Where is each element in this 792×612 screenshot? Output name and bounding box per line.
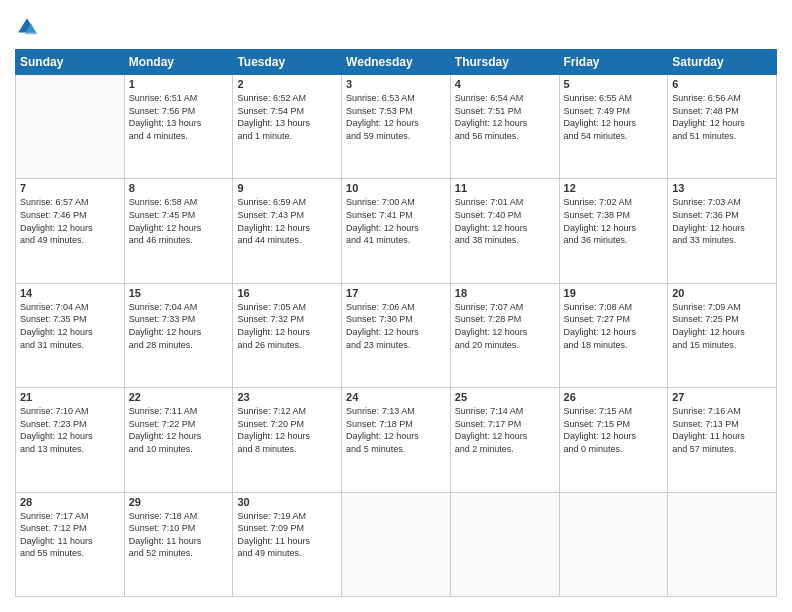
day-info: Sunrise: 6:51 AM Sunset: 7:56 PM Dayligh… <box>129 92 229 142</box>
calendar-cell <box>450 492 559 596</box>
day-number: 13 <box>672 182 772 194</box>
calendar-cell: 18Sunrise: 7:07 AM Sunset: 7:28 PM Dayli… <box>450 283 559 387</box>
day-info: Sunrise: 6:58 AM Sunset: 7:45 PM Dayligh… <box>129 196 229 246</box>
calendar-cell <box>559 492 668 596</box>
day-info: Sunrise: 6:54 AM Sunset: 7:51 PM Dayligh… <box>455 92 555 142</box>
day-number: 5 <box>564 78 664 90</box>
day-info: Sunrise: 7:07 AM Sunset: 7:28 PM Dayligh… <box>455 301 555 351</box>
day-info: Sunrise: 7:17 AM Sunset: 7:12 PM Dayligh… <box>20 510 120 560</box>
calendar-cell: 11Sunrise: 7:01 AM Sunset: 7:40 PM Dayli… <box>450 179 559 283</box>
day-info: Sunrise: 6:55 AM Sunset: 7:49 PM Dayligh… <box>564 92 664 142</box>
day-info: Sunrise: 6:53 AM Sunset: 7:53 PM Dayligh… <box>346 92 446 142</box>
day-number: 10 <box>346 182 446 194</box>
weekday-header: Saturday <box>668 50 777 75</box>
day-info: Sunrise: 7:18 AM Sunset: 7:10 PM Dayligh… <box>129 510 229 560</box>
weekday-header: Tuesday <box>233 50 342 75</box>
calendar-cell: 9Sunrise: 6:59 AM Sunset: 7:43 PM Daylig… <box>233 179 342 283</box>
calendar-cell: 29Sunrise: 7:18 AM Sunset: 7:10 PM Dayli… <box>124 492 233 596</box>
day-number: 26 <box>564 391 664 403</box>
day-number: 12 <box>564 182 664 194</box>
page: SundayMondayTuesdayWednesdayThursdayFrid… <box>0 0 792 612</box>
calendar-cell: 21Sunrise: 7:10 AM Sunset: 7:23 PM Dayli… <box>16 388 125 492</box>
calendar-cell: 14Sunrise: 7:04 AM Sunset: 7:35 PM Dayli… <box>16 283 125 387</box>
calendar-cell: 30Sunrise: 7:19 AM Sunset: 7:09 PM Dayli… <box>233 492 342 596</box>
day-number: 28 <box>20 496 120 508</box>
day-number: 3 <box>346 78 446 90</box>
calendar-cell: 23Sunrise: 7:12 AM Sunset: 7:20 PM Dayli… <box>233 388 342 492</box>
logo-icon <box>15 15 39 39</box>
calendar-body: 1Sunrise: 6:51 AM Sunset: 7:56 PM Daylig… <box>16 75 777 597</box>
calendar-table: SundayMondayTuesdayWednesdayThursdayFrid… <box>15 49 777 597</box>
calendar-cell: 1Sunrise: 6:51 AM Sunset: 7:56 PM Daylig… <box>124 75 233 179</box>
day-number: 27 <box>672 391 772 403</box>
day-info: Sunrise: 7:14 AM Sunset: 7:17 PM Dayligh… <box>455 405 555 455</box>
weekday-header: Thursday <box>450 50 559 75</box>
day-info: Sunrise: 6:59 AM Sunset: 7:43 PM Dayligh… <box>237 196 337 246</box>
calendar-cell: 25Sunrise: 7:14 AM Sunset: 7:17 PM Dayli… <box>450 388 559 492</box>
calendar-week-row: 7Sunrise: 6:57 AM Sunset: 7:46 PM Daylig… <box>16 179 777 283</box>
calendar-cell: 13Sunrise: 7:03 AM Sunset: 7:36 PM Dayli… <box>668 179 777 283</box>
weekday-header: Wednesday <box>342 50 451 75</box>
calendar-cell <box>668 492 777 596</box>
day-info: Sunrise: 6:52 AM Sunset: 7:54 PM Dayligh… <box>237 92 337 142</box>
day-info: Sunrise: 7:02 AM Sunset: 7:38 PM Dayligh… <box>564 196 664 246</box>
day-number: 7 <box>20 182 120 194</box>
weekday-header: Monday <box>124 50 233 75</box>
day-number: 20 <box>672 287 772 299</box>
day-info: Sunrise: 7:04 AM Sunset: 7:35 PM Dayligh… <box>20 301 120 351</box>
calendar-cell: 17Sunrise: 7:06 AM Sunset: 7:30 PM Dayli… <box>342 283 451 387</box>
day-number: 22 <box>129 391 229 403</box>
day-info: Sunrise: 6:57 AM Sunset: 7:46 PM Dayligh… <box>20 196 120 246</box>
calendar-cell: 10Sunrise: 7:00 AM Sunset: 7:41 PM Dayli… <box>342 179 451 283</box>
calendar-cell: 2Sunrise: 6:52 AM Sunset: 7:54 PM Daylig… <box>233 75 342 179</box>
day-number: 18 <box>455 287 555 299</box>
calendar-week-row: 28Sunrise: 7:17 AM Sunset: 7:12 PM Dayli… <box>16 492 777 596</box>
logo <box>15 15 43 39</box>
calendar-cell: 20Sunrise: 7:09 AM Sunset: 7:25 PM Dayli… <box>668 283 777 387</box>
day-number: 16 <box>237 287 337 299</box>
day-number: 14 <box>20 287 120 299</box>
day-info: Sunrise: 7:13 AM Sunset: 7:18 PM Dayligh… <box>346 405 446 455</box>
day-number: 9 <box>237 182 337 194</box>
calendar-cell: 22Sunrise: 7:11 AM Sunset: 7:22 PM Dayli… <box>124 388 233 492</box>
calendar-cell <box>16 75 125 179</box>
calendar-header-row: SundayMondayTuesdayWednesdayThursdayFrid… <box>16 50 777 75</box>
calendar-cell: 24Sunrise: 7:13 AM Sunset: 7:18 PM Dayli… <box>342 388 451 492</box>
calendar-cell: 12Sunrise: 7:02 AM Sunset: 7:38 PM Dayli… <box>559 179 668 283</box>
calendar-cell <box>342 492 451 596</box>
calendar-week-row: 14Sunrise: 7:04 AM Sunset: 7:35 PM Dayli… <box>16 283 777 387</box>
day-number: 19 <box>564 287 664 299</box>
day-info: Sunrise: 6:56 AM Sunset: 7:48 PM Dayligh… <box>672 92 772 142</box>
calendar-cell: 19Sunrise: 7:08 AM Sunset: 7:27 PM Dayli… <box>559 283 668 387</box>
calendar-week-row: 1Sunrise: 6:51 AM Sunset: 7:56 PM Daylig… <box>16 75 777 179</box>
day-info: Sunrise: 7:19 AM Sunset: 7:09 PM Dayligh… <box>237 510 337 560</box>
calendar-cell: 7Sunrise: 6:57 AM Sunset: 7:46 PM Daylig… <box>16 179 125 283</box>
day-number: 21 <box>20 391 120 403</box>
calendar-cell: 16Sunrise: 7:05 AM Sunset: 7:32 PM Dayli… <box>233 283 342 387</box>
weekday-header: Friday <box>559 50 668 75</box>
calendar-cell: 27Sunrise: 7:16 AM Sunset: 7:13 PM Dayli… <box>668 388 777 492</box>
calendar-cell: 6Sunrise: 6:56 AM Sunset: 7:48 PM Daylig… <box>668 75 777 179</box>
calendar-cell: 26Sunrise: 7:15 AM Sunset: 7:15 PM Dayli… <box>559 388 668 492</box>
calendar-cell: 15Sunrise: 7:04 AM Sunset: 7:33 PM Dayli… <box>124 283 233 387</box>
day-info: Sunrise: 7:11 AM Sunset: 7:22 PM Dayligh… <box>129 405 229 455</box>
day-info: Sunrise: 7:04 AM Sunset: 7:33 PM Dayligh… <box>129 301 229 351</box>
calendar-cell: 28Sunrise: 7:17 AM Sunset: 7:12 PM Dayli… <box>16 492 125 596</box>
day-number: 30 <box>237 496 337 508</box>
day-info: Sunrise: 7:03 AM Sunset: 7:36 PM Dayligh… <box>672 196 772 246</box>
day-info: Sunrise: 7:08 AM Sunset: 7:27 PM Dayligh… <box>564 301 664 351</box>
day-info: Sunrise: 7:05 AM Sunset: 7:32 PM Dayligh… <box>237 301 337 351</box>
day-info: Sunrise: 7:01 AM Sunset: 7:40 PM Dayligh… <box>455 196 555 246</box>
day-info: Sunrise: 7:16 AM Sunset: 7:13 PM Dayligh… <box>672 405 772 455</box>
calendar-cell: 3Sunrise: 6:53 AM Sunset: 7:53 PM Daylig… <box>342 75 451 179</box>
day-number: 2 <box>237 78 337 90</box>
day-info: Sunrise: 7:15 AM Sunset: 7:15 PM Dayligh… <box>564 405 664 455</box>
day-number: 4 <box>455 78 555 90</box>
calendar-cell: 8Sunrise: 6:58 AM Sunset: 7:45 PM Daylig… <box>124 179 233 283</box>
weekday-header: Sunday <box>16 50 125 75</box>
day-number: 24 <box>346 391 446 403</box>
day-info: Sunrise: 7:10 AM Sunset: 7:23 PM Dayligh… <box>20 405 120 455</box>
calendar-cell: 4Sunrise: 6:54 AM Sunset: 7:51 PM Daylig… <box>450 75 559 179</box>
day-number: 6 <box>672 78 772 90</box>
day-info: Sunrise: 7:00 AM Sunset: 7:41 PM Dayligh… <box>346 196 446 246</box>
